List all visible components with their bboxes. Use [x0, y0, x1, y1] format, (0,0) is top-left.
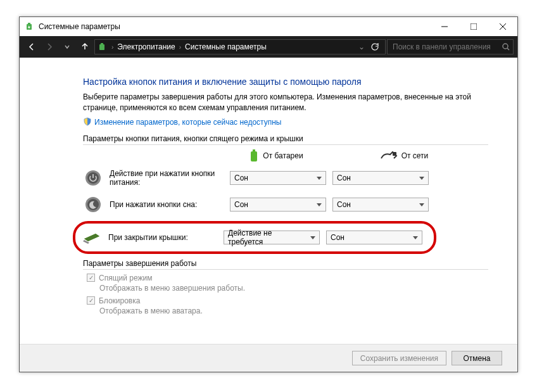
svg-rect-11: [253, 149, 255, 151]
forward-button[interactable]: [41, 39, 58, 55]
titlebar[interactable]: Системные параметры: [20, 17, 517, 36]
power-icon: [83, 168, 103, 188]
sleep-ac-select[interactable]: Сон: [332, 198, 429, 212]
breadcrumb-power[interactable]: Электропитание: [117, 42, 175, 51]
section-shutdown-title: Параметры завершения работы: [83, 259, 488, 270]
search-icon: [502, 42, 510, 53]
svg-rect-3: [471, 23, 477, 30]
lid-close-label: При закрытии крышки:: [108, 233, 217, 242]
sleep-button-row: При нажатии кнопки сна: Сон Сон: [83, 194, 498, 215]
moon-icon: [83, 194, 103, 215]
content-area: Настройка кнопок питания и включение защ…: [20, 58, 517, 344]
breadcrumb-system[interactable]: Системные параметры: [185, 42, 267, 51]
power-battery-select[interactable]: Сон: [230, 171, 326, 185]
lid-ac-select[interactable]: Сон: [326, 231, 422, 244]
svg-rect-12: [393, 152, 396, 156]
lid-battery-select[interactable]: Действие не требуется: [224, 231, 320, 244]
navbar: › Электропитание › Системные параметры ⌄: [20, 36, 517, 58]
chevron-right-icon: ›: [110, 44, 115, 51]
page-heading: Настройка кнопок питания и включение защ…: [83, 77, 498, 87]
up-button[interactable]: [77, 39, 93, 55]
back-button[interactable]: [23, 39, 40, 55]
shield-icon: [83, 117, 92, 128]
cancel-button[interactable]: Отмена: [452, 351, 502, 365]
search-input[interactable]: [391, 40, 498, 54]
sleep-mode-label: Спящий режим: [99, 274, 152, 282]
lock-sublabel: Отображать в меню аватара.: [99, 307, 498, 315]
sleep-mode-sublabel: Отображать в меню завершения работы.: [99, 284, 498, 293]
svg-rect-7: [101, 43, 103, 44]
power-button-row: Действие при нажатии кнопки питания: Сон…: [83, 168, 498, 188]
lid-row-highlight: При закрытии крышки: Действие не требует…: [73, 221, 436, 254]
search-box[interactable]: [387, 39, 514, 54]
svg-point-8: [503, 44, 508, 49]
page-description: Выберите параметры завершения работы для…: [83, 92, 488, 113]
power-button-label: Действие при нажатии кнопки питания:: [110, 169, 224, 187]
lid-close-row: При закрытии крышки: Действие не требует…: [82, 227, 427, 248]
battery-column-header: От батареи: [225, 149, 327, 163]
svg-rect-6: [99, 44, 104, 50]
plug-icon: [380, 151, 398, 161]
sleep-battery-select[interactable]: Сон: [230, 198, 326, 212]
battery-app-icon: [98, 42, 108, 52]
lock-label: Блокировка: [99, 296, 140, 305]
maximize-button[interactable]: [459, 17, 488, 36]
battery-icon: [249, 149, 259, 163]
sleep-button-label: При нажатии кнопки сна:: [110, 200, 224, 209]
address-bar[interactable]: › Электропитание › Системные параметры ⌄: [94, 39, 386, 54]
address-dropdown-icon[interactable]: ⌄: [358, 42, 365, 51]
svg-rect-1: [28, 23, 30, 24]
chevron-right-icon: ›: [178, 44, 182, 51]
minimize-button[interactable]: [430, 17, 459, 36]
history-dropdown[interactable]: [59, 39, 75, 55]
power-ac-select[interactable]: Сон: [332, 171, 429, 185]
window: Системные параметры › Электропитание › С…: [19, 16, 518, 372]
battery-app-icon: [25, 22, 35, 32]
laptop-icon: [82, 227, 102, 248]
change-unavailable-link[interactable]: Изменение параметров, которые сейчас нед…: [94, 118, 282, 127]
section-buttons-title: Параметры кнопки питания, кнопки спящего…: [83, 134, 488, 145]
refresh-button[interactable]: [367, 39, 382, 54]
lock-checkbox-row: Блокировка: [87, 296, 498, 305]
ac-column-header: От сети: [353, 149, 455, 163]
lock-checkbox: [87, 296, 95, 305]
svg-rect-10: [251, 151, 257, 161]
svg-line-9: [507, 48, 509, 50]
save-button[interactable]: Сохранить изменения: [352, 351, 446, 365]
close-button[interactable]: [488, 17, 517, 36]
sleep-mode-checkbox: [87, 274, 95, 282]
window-title: Системные параметры: [39, 22, 120, 31]
sleep-mode-checkbox-row: Спящий режим: [87, 274, 498, 282]
footer: Сохранить изменения Отмена: [20, 344, 517, 372]
